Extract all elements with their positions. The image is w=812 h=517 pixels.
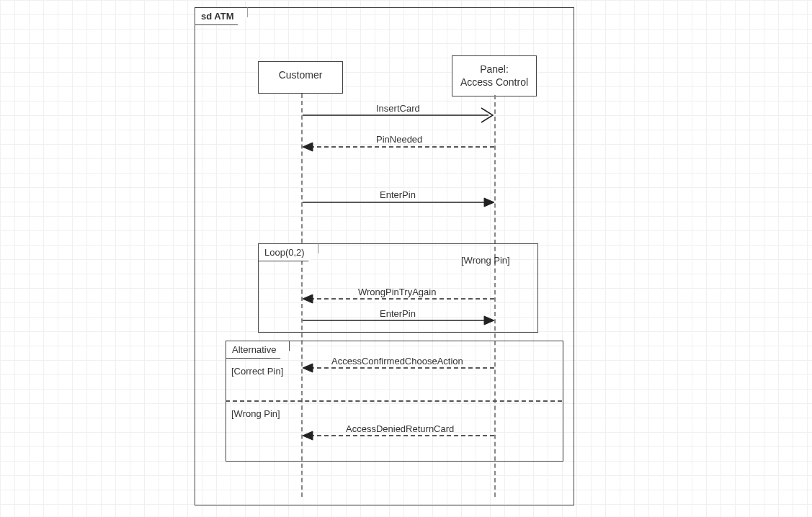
lifeline-customer-label: Customer	[279, 69, 323, 81]
alt-divider	[226, 400, 562, 402]
lifeline-panel-label-1: Panel:	[480, 63, 509, 75]
alt-fragment-label: Alternative	[232, 344, 276, 355]
msg-insertcard-label: InsertCard	[376, 103, 420, 114]
msg-accessconfirmed-label: AccessConfirmedChooseAction	[331, 356, 463, 367]
msg-accessdenied-label: AccessDeniedReturnCard	[346, 423, 454, 434]
msg-wrongpin-label: WrongPinTryAgain	[358, 287, 436, 297]
loop-fragment-tab: Loop(0,2)	[258, 243, 318, 261]
lifeline-panel-label-2: Access Control	[460, 76, 528, 88]
sd-frame-title: sd ATM	[201, 11, 234, 22]
lifeline-panel: Panel: Access Control	[452, 55, 537, 96]
msg-enterpin-label: EnterPin	[380, 189, 416, 200]
sd-frame-title-tab: sd ATM	[195, 7, 248, 25]
alt-guard-correct: [Correct Pin]	[231, 366, 283, 377]
sequence-diagram: sd ATM Customer Panel: Access Control Lo…	[0, 0, 812, 517]
loop-guard: [Wrong Pin]	[461, 255, 510, 266]
lifeline-customer: Customer	[258, 61, 343, 94]
loop-fragment-label: Loop(0,2)	[264, 247, 305, 258]
msg-pinneeded-label: PinNeeded	[376, 134, 422, 145]
alt-fragment-tab: Alternative	[226, 341, 290, 359]
msg-enterpin2-label: EnterPin	[380, 308, 416, 319]
alt-guard-wrong: [Wrong Pin]	[231, 408, 280, 419]
